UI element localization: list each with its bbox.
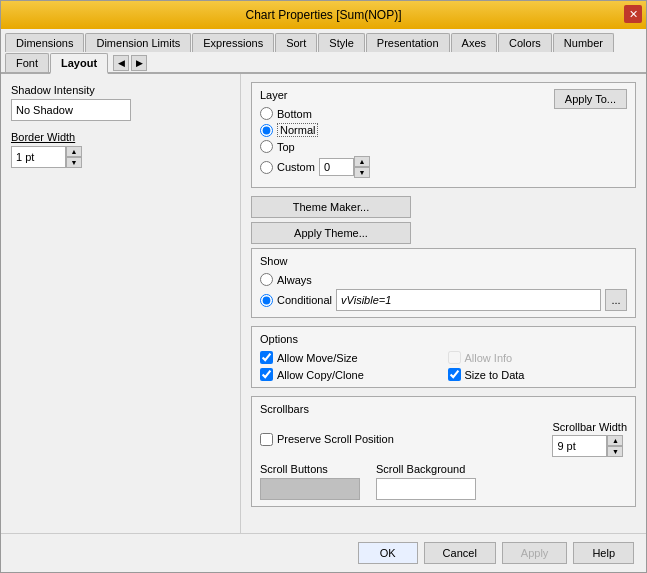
layer-bottom-label: Bottom bbox=[277, 108, 312, 120]
cancel-button[interactable]: Cancel bbox=[424, 542, 496, 564]
preserve-scroll-checkbox[interactable] bbox=[260, 433, 273, 446]
border-width-input[interactable] bbox=[11, 146, 66, 168]
scrollbar-top-row: Preserve Scroll Position Scrollbar Width… bbox=[260, 421, 627, 457]
tab-bar: Dimensions Dimension Limits Expressions … bbox=[1, 29, 646, 74]
right-panel: Layer Apply To... Bottom Normal Top Cust… bbox=[241, 74, 646, 533]
ok-button[interactable]: OK bbox=[358, 542, 418, 564]
allow-copy-clone-row: Allow Copy/Clone bbox=[260, 368, 440, 381]
scrollbar-width-spinners: ▲ ▼ bbox=[607, 435, 623, 457]
scrollbars-title: Scrollbars bbox=[260, 403, 627, 415]
allow-move-size-label: Allow Move/Size bbox=[277, 352, 358, 364]
border-width-spinners: ▲ ▼ bbox=[66, 146, 82, 168]
show-always-radio[interactable] bbox=[260, 273, 273, 286]
allow-move-size-row: Allow Move/Size bbox=[260, 351, 440, 364]
scrollbar-width-up[interactable]: ▲ bbox=[607, 435, 623, 446]
conditional-expression-input[interactable] bbox=[336, 289, 601, 311]
show-conditional-row: Conditional ... bbox=[260, 289, 627, 311]
apply-to-button[interactable]: Apply To... bbox=[554, 89, 627, 109]
layer-section: Layer Apply To... Bottom Normal Top Cust… bbox=[251, 82, 636, 188]
options-section: Options Allow Move/Size Allow Info Allow… bbox=[251, 326, 636, 388]
layer-custom-label: Custom bbox=[277, 161, 315, 173]
shadow-intensity-combo-row: No Shadow Light Medium Heavy bbox=[11, 99, 230, 121]
size-to-data-label: Size to Data bbox=[465, 369, 525, 381]
title-text: Chart Properties [Sum(NOP)] bbox=[245, 8, 401, 22]
left-panel: Shadow Intensity No Shadow Light Medium … bbox=[1, 74, 241, 533]
allow-info-label: Allow Info bbox=[465, 352, 513, 364]
layer-bottom-radio[interactable] bbox=[260, 107, 273, 120]
layer-custom-up[interactable]: ▲ bbox=[354, 156, 370, 167]
show-conditional-radio[interactable] bbox=[260, 294, 273, 307]
allow-info-checkbox[interactable] bbox=[448, 351, 461, 364]
border-width-spin: ▲ ▼ bbox=[11, 146, 230, 168]
tab-nav: ◀ ▶ bbox=[113, 55, 147, 71]
layer-custom-spinners: ▲ ▼ bbox=[354, 156, 370, 178]
show-always-label: Always bbox=[277, 274, 312, 286]
scroll-buttons-label: Scroll Buttons bbox=[260, 463, 360, 475]
scroll-buttons-swatch[interactable] bbox=[260, 478, 360, 500]
main-content: Shadow Intensity No Shadow Light Medium … bbox=[1, 74, 646, 533]
layer-custom-down[interactable]: ▼ bbox=[354, 167, 370, 178]
scroll-bottom-row: Scroll Buttons Scroll Background bbox=[260, 463, 627, 500]
scrollbar-width-down[interactable]: ▼ bbox=[607, 446, 623, 457]
shadow-intensity-label: Shadow Intensity bbox=[11, 84, 230, 96]
tab-presentation[interactable]: Presentation bbox=[366, 33, 450, 52]
tab-sort[interactable]: Sort bbox=[275, 33, 317, 52]
layer-normal-row: Normal bbox=[260, 123, 627, 137]
layer-top-radio[interactable] bbox=[260, 140, 273, 153]
tab-axes[interactable]: Axes bbox=[451, 33, 497, 52]
show-section: Show Always Conditional ... bbox=[251, 248, 636, 318]
tab-font[interactable]: Font bbox=[5, 53, 49, 72]
scroll-background-swatch[interactable] bbox=[376, 478, 476, 500]
layer-custom-spin: ▲ ▼ bbox=[319, 156, 370, 178]
layer-custom-row: Custom ▲ ▼ bbox=[260, 156, 627, 178]
shadow-intensity-select[interactable]: No Shadow Light Medium Heavy bbox=[11, 99, 131, 121]
size-to-data-row: Size to Data bbox=[448, 368, 628, 381]
layer-normal-radio[interactable] bbox=[260, 124, 273, 137]
layer-custom-input[interactable] bbox=[319, 158, 354, 176]
title-bar: Chart Properties [Sum(NOP)] ✕ bbox=[1, 1, 646, 29]
allow-copy-clone-checkbox[interactable] bbox=[260, 368, 273, 381]
allow-move-size-checkbox[interactable] bbox=[260, 351, 273, 364]
apply-theme-button[interactable]: Apply Theme... bbox=[251, 222, 411, 244]
border-width-label: Border Width bbox=[11, 131, 230, 143]
tab-expressions[interactable]: Expressions bbox=[192, 33, 274, 52]
scrollbars-section: Scrollbars Preserve Scroll Position Scro… bbox=[251, 396, 636, 507]
options-grid: Allow Move/Size Allow Info Allow Copy/Cl… bbox=[260, 351, 627, 381]
conditional-browse-button[interactable]: ... bbox=[605, 289, 627, 311]
tab-next-arrow[interactable]: ▶ bbox=[131, 55, 147, 71]
scrollbar-width-input[interactable] bbox=[552, 435, 607, 457]
scroll-background-label: Scroll Background bbox=[376, 463, 476, 475]
tab-dimensions[interactable]: Dimensions bbox=[5, 33, 84, 52]
tab-number[interactable]: Number bbox=[553, 33, 614, 52]
allow-info-row: Allow Info bbox=[448, 351, 628, 364]
theme-maker-button[interactable]: Theme Maker... bbox=[251, 196, 411, 218]
shadow-intensity-group: Shadow Intensity No Shadow Light Medium … bbox=[11, 84, 230, 121]
close-button[interactable]: ✕ bbox=[624, 5, 642, 23]
tab-layout[interactable]: Layout bbox=[50, 53, 108, 74]
preserve-scroll-row: Preserve Scroll Position bbox=[260, 433, 394, 446]
tab-colors[interactable]: Colors bbox=[498, 33, 552, 52]
footer: OK Cancel Apply Help bbox=[1, 533, 646, 572]
help-button[interactable]: Help bbox=[573, 542, 634, 564]
apply-button[interactable]: Apply bbox=[502, 542, 568, 564]
show-always-row: Always bbox=[260, 273, 627, 286]
preserve-scroll-label: Preserve Scroll Position bbox=[277, 433, 394, 445]
border-width-down[interactable]: ▼ bbox=[66, 157, 82, 168]
allow-copy-clone-label: Allow Copy/Clone bbox=[277, 369, 364, 381]
show-title: Show bbox=[260, 255, 627, 267]
size-to-data-checkbox[interactable] bbox=[448, 368, 461, 381]
scrollbar-width-group: Scrollbar Width ▲ ▼ bbox=[552, 421, 627, 457]
tab-style[interactable]: Style bbox=[318, 33, 364, 52]
tab-prev-arrow[interactable]: ◀ bbox=[113, 55, 129, 71]
options-title: Options bbox=[260, 333, 627, 345]
layer-custom-radio[interactable] bbox=[260, 161, 273, 174]
layer-top-label: Top bbox=[277, 141, 295, 153]
scrollbar-width-spin: ▲ ▼ bbox=[552, 435, 627, 457]
scroll-buttons-group: Scroll Buttons bbox=[260, 463, 360, 500]
layer-top-row: Top bbox=[260, 140, 627, 153]
dialog: Chart Properties [Sum(NOP)] ✕ Dimensions… bbox=[0, 0, 647, 573]
scrollbar-width-label: Scrollbar Width bbox=[552, 421, 627, 433]
tab-dimension-limits[interactable]: Dimension Limits bbox=[85, 33, 191, 52]
scroll-background-group: Scroll Background bbox=[376, 463, 476, 500]
border-width-up[interactable]: ▲ bbox=[66, 146, 82, 157]
